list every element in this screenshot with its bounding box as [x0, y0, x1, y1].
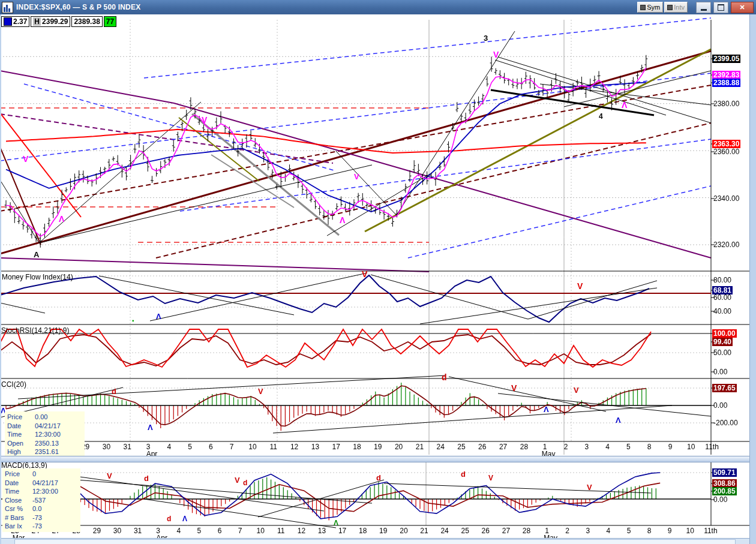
window-left-border	[0, 14, 1, 544]
chart-annotation: Λ	[622, 101, 627, 109]
date-axis-label: 21	[420, 527, 428, 535]
high-chip: H	[33, 17, 41, 26]
intv-button[interactable]: Intv	[664, 2, 688, 13]
chart-annotation: d	[167, 515, 171, 522]
price-value-badge: 308.86	[712, 479, 737, 488]
stochrsi-panel-title: StochRSI(14,21(1),9)	[1, 326, 69, 335]
data-window-row: Open2350.13	[7, 439, 82, 448]
minimize-button[interactable]	[696, 2, 711, 13]
price-value-badge: 2399.05	[712, 55, 740, 63]
date-axis-label: 10	[687, 443, 695, 451]
date-axis-label: 31	[124, 443, 131, 451]
close-icon: ✕	[739, 4, 745, 11]
date-axis-label: 12	[298, 527, 305, 535]
date-axis-label: 4	[176, 527, 181, 535]
date-axis-label: 20	[395, 443, 403, 451]
axis-price-label: 2340.00	[712, 194, 740, 203]
data-window-row: Close-537	[5, 496, 78, 505]
date-axis-label: 11th	[704, 527, 717, 535]
chart-annotation: Λ	[544, 405, 549, 413]
title-bar[interactable]: INDEX:$SPX,60 — S & P 500 INDEX Sym Intv…	[0, 0, 756, 14]
date-axis-label: 17	[332, 443, 340, 451]
price-value-badge: 2392.83	[712, 71, 740, 79]
app-icon	[2, 2, 13, 13]
chart-annotation: V	[23, 155, 28, 163]
application-window: INDEX:$SPX,60 — S & P 500 INDEX Sym Intv…	[0, 0, 756, 544]
data-window-row: Date04/21/17	[7, 422, 82, 431]
horizontal-scrollbar[interactable]	[0, 538, 751, 544]
chart-annotation: d	[144, 474, 149, 482]
high-box: H 2399.29	[31, 16, 70, 27]
chart-annotation: Λ	[616, 416, 621, 424]
date-axis-label: 31	[134, 527, 142, 535]
axis-price-label: 2320.00	[712, 241, 740, 249]
date-axis-label: 2	[564, 443, 568, 451]
change-swatch-icon	[4, 17, 12, 26]
date-axis-label: 19	[379, 527, 387, 535]
chart-annotation: V	[577, 282, 583, 290]
chart-annotation: V	[587, 483, 592, 491]
data-window-row: Time12:30:00	[5, 487, 78, 496]
axis-price-label: 60.00	[712, 293, 733, 302]
change-value: 2.37	[13, 17, 27, 26]
data-window-row: Price0.00	[7, 413, 82, 422]
mfi-panel-title: Money Flow Index(14)	[2, 273, 73, 281]
chart-annotation: V	[202, 116, 207, 124]
date-axis-label: 30	[113, 527, 121, 535]
chart-annotation: 3	[484, 34, 488, 42]
date-axis-label: 10	[686, 527, 694, 535]
date-axis-label: 4	[605, 443, 610, 451]
axis-price-label: 80.00	[712, 276, 733, 284]
chart-annotation: V	[493, 50, 499, 59]
data-window-row: Csr %0.0	[5, 504, 78, 513]
date-axis-label: 8	[647, 527, 652, 535]
percent-box: 77	[104, 16, 116, 27]
maximize-button[interactable]	[713, 2, 728, 13]
chart-annotation: V	[362, 270, 367, 278]
window-title: INDEX:$SPX,60 — S & P 500 INDEX	[16, 3, 140, 11]
date-axis-label: 5	[627, 527, 631, 535]
scrollbar-thumb[interactable]	[14, 539, 736, 544]
data-window-price: Price0.00Date04/21/17Time12:30:00Open235…	[5, 411, 85, 458]
sym-button[interactable]: Sym	[637, 2, 663, 13]
date-axis-label: 9	[668, 443, 673, 451]
chart-annotation: V	[574, 386, 579, 394]
date-axis-label: 27	[499, 443, 507, 451]
date-axis-label: 11th	[705, 443, 718, 451]
chart-annotation: Λ	[148, 423, 153, 431]
date-axis-label: 24	[437, 443, 445, 451]
data-window-row: Bar Ix-73	[5, 522, 78, 531]
pane-divider[interactable]	[0, 456, 751, 462]
price-value-badge: 200.85	[712, 487, 737, 495]
chart-annotation: Λ	[334, 519, 338, 527]
sym-icon	[640, 5, 646, 10]
data-window-row: # Bars-73	[5, 513, 78, 522]
chart-annotation: d	[376, 474, 381, 482]
change-box: 2.37	[1, 16, 29, 27]
data-window-macd: Price0Date04/21/17Time12:30:00Close-537C…	[2, 468, 80, 532]
chart-annotation: d	[461, 470, 466, 478]
date-axis-label: 7	[238, 527, 242, 535]
percent-value: 77	[106, 17, 114, 26]
price-value-badge: 2363.30	[712, 140, 740, 148]
price-value-badge: 509.71	[712, 468, 737, 477]
intv-button-label: Intv	[674, 4, 685, 11]
sym-button-label: Sym	[647, 4, 660, 11]
date-axis-label: 3	[584, 443, 589, 451]
date-axis-label: 3	[586, 527, 590, 535]
close-button[interactable]: ✕	[731, 2, 754, 13]
cci-panel-title: CCI(20)	[1, 380, 26, 389]
date-axis-label: 8	[647, 443, 652, 451]
date-axis-label: 4	[167, 443, 171, 451]
date-axis-label: 10	[248, 443, 256, 451]
date-axis-label: 5	[197, 527, 202, 535]
date-axis-label: 13	[311, 443, 319, 451]
axis-price-label: 50.00	[712, 348, 733, 357]
date-axis-label: 11	[277, 527, 284, 535]
date-axis-label: 11	[270, 443, 277, 451]
chart-annotation: V	[488, 474, 493, 482]
date-axis-label: 26	[482, 527, 490, 535]
window-right-border	[749, 14, 756, 544]
date-axis-label: 18	[359, 527, 367, 535]
high-value: 2399.29	[42, 17, 68, 26]
